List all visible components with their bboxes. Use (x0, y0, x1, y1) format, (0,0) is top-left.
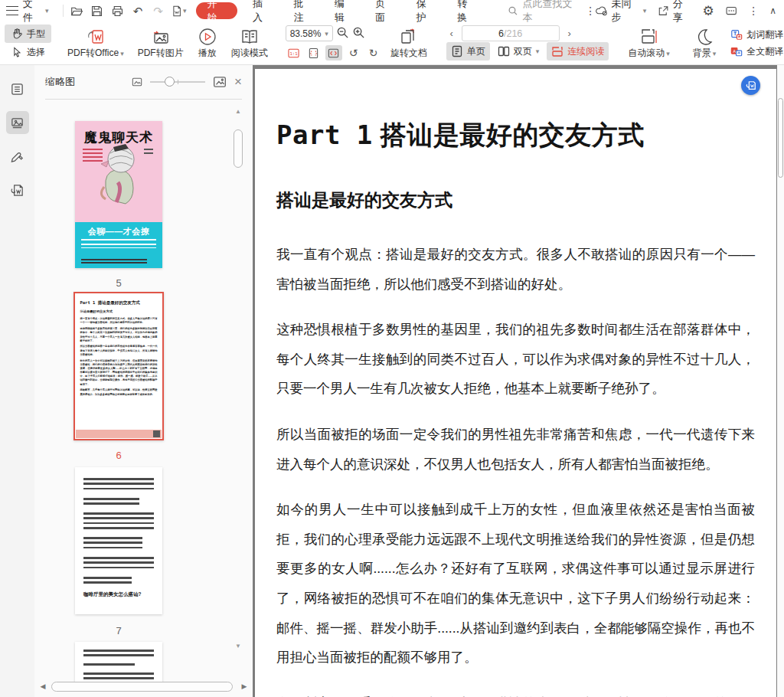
play-button[interactable]: 播放 (191, 23, 224, 63)
paragraph: 如今的男人一生中可以接触到成千上万的女性，但血液里依然还是害怕当面被拒，我们的心… (276, 495, 755, 672)
actual-size-button[interactable]: 1:1 (286, 45, 302, 61)
scrollbar-thumb[interactable] (51, 682, 233, 692)
undo-icon[interactable]: ↶ (130, 3, 145, 18)
file-menu[interactable]: 文件▾ (23, 0, 49, 25)
collapse-ribbon-icon[interactable]: ∧ (769, 6, 776, 15)
zoom-out-button[interactable] (336, 26, 349, 41)
word-translate-button[interactable]: 划词翻译 (724, 26, 784, 43)
scroll-up-icon[interactable]: ▲ (233, 108, 243, 115)
sync-status[interactable]: 未同步▾ (596, 0, 646, 25)
scroll-down-icon[interactable]: ▼ (233, 643, 243, 650)
thumbnail-panel: 缩略图 × 魔鬼聊天术 (34, 65, 253, 697)
tab-edit[interactable]: 编辑 (324, 0, 364, 21)
thumb-large-icon[interactable] (213, 75, 227, 89)
thumbnail-size-slider[interactable] (150, 81, 205, 83)
rotate-left-icon[interactable]: ↺ (345, 45, 362, 61)
scrollbar-thumb[interactable] (778, 98, 783, 178)
prev-page-icon[interactable]: ‹ (446, 28, 457, 39)
double-page-button[interactable]: 双页▾ (493, 42, 544, 61)
auto-scroll-icon (639, 27, 658, 47)
fit-page-button[interactable] (305, 45, 322, 61)
search-input[interactable]: 点此查找文本 ⋮ (508, 0, 596, 25)
pdf-to-office-icon (86, 27, 106, 47)
chevron-down-icon: ▾ (713, 50, 717, 57)
tab-insert[interactable]: 插入 (242, 0, 283, 21)
annotation-pen-icon[interactable] (6, 145, 29, 168)
hand-icon (11, 28, 23, 40)
hand-tool-button[interactable]: 手型 (5, 25, 51, 43)
auto-scroll-button[interactable]: 自动滚动▾ (621, 23, 677, 63)
open-file-icon[interactable] (69, 3, 84, 18)
zoom-level-select[interactable]: 83.58%▾ (286, 25, 333, 41)
pdf-to-image-button[interactable]: PDF转图片 (131, 23, 191, 63)
sidebar-horizontal-scrollbar[interactable]: ◀ ▶ (38, 680, 236, 692)
settings-gear-icon[interactable]: ⚙ (703, 5, 714, 18)
rotate-document-button[interactable]: 旋转文档 (384, 23, 434, 63)
feedback-icon[interactable] (725, 5, 737, 18)
chevron-down-icon: ▾ (325, 30, 328, 38)
menubar: 文件▾ ↶ ↷ ▾ 开始 插入 批注 编辑 页面 保护 转换 点此查找文本 ⋮ … (0, 0, 784, 21)
outline-panel-icon[interactable] (6, 77, 29, 100)
export-doc-icon[interactable]: ▾ (171, 3, 186, 18)
export-word-fab[interactable] (741, 76, 760, 95)
close-panel-icon[interactable]: × (234, 74, 242, 90)
chevron-down-icon: ▾ (183, 7, 187, 15)
document-view: Part 1 搭讪是最好的交友方式 搭讪是最好的交友方式 我一直有个观点：搭讪是… (253, 65, 784, 697)
search-more-icon[interactable]: ⋮ (585, 5, 596, 17)
wps-pdf-window: 文件▾ ↶ ↷ ▾ 开始 插入 批注 编辑 页面 保护 转换 点此查找文本 ⋮ … (0, 0, 784, 697)
export-word-icon[interactable] (6, 178, 29, 201)
thumbnail-page-5[interactable]: 魔鬼聊天术 会聊——才会撩 (75, 121, 162, 268)
thumbnail-page-7[interactable]: 咖啡厅里的美女怎么搭讪? (75, 467, 162, 614)
paragraph: 我敢断言，几乎每个男人都干过网络搭讪的事，可以说，性是互联网发展的原动力，许许多… (276, 689, 755, 697)
tab-comment[interactable]: 批注 (283, 0, 323, 21)
tab-convert[interactable]: 转换 (446, 0, 487, 21)
chevron-down-icon: ▾ (536, 47, 540, 55)
section-title: 搭讪是最好的交友方式 (276, 188, 755, 212)
main-menu-icon[interactable] (6, 6, 18, 15)
thumbnail-page-6-selected[interactable]: Part 1 搭讪是最好的交友方式 搭讪是最好的交友方式 我一直有个观点：搭讪是… (74, 292, 164, 440)
chevron-down-icon: ▾ (120, 50, 124, 57)
svg-text:A: A (733, 49, 736, 54)
chapter-title: Part 1 搭讪是最好的交友方式 (276, 118, 755, 153)
moon-icon (694, 27, 714, 47)
tab-protect[interactable]: 保护 (406, 0, 446, 21)
page-number-7: 7 (75, 625, 162, 636)
double-page-icon (498, 45, 510, 57)
page-number-input[interactable]: 6/216 (462, 25, 560, 41)
thumb-scroll-indicator (76, 430, 162, 438)
chevron-down-icon: ▾ (45, 7, 49, 15)
tab-home[interactable]: 开始 (196, 2, 237, 19)
word-translate-icon (730, 28, 743, 41)
zoom-in-button[interactable] (352, 26, 365, 41)
sidebar-vertical-scrollbar[interactable]: ▲ ▼ (233, 108, 243, 614)
background-button[interactable]: 背景▾ (686, 23, 724, 63)
tab-page[interactable]: 页面 (364, 0, 405, 21)
rotate-right-icon[interactable]: ↻ (365, 45, 382, 61)
print-icon[interactable] (110, 3, 126, 18)
thumb-small-icon[interactable] (132, 77, 142, 87)
save-icon[interactable] (90, 3, 105, 18)
share-button[interactable]: 分享 (657, 0, 691, 25)
search-icon (508, 5, 518, 16)
chevron-down-icon: ▾ (666, 50, 670, 57)
select-tool-button[interactable]: 选择 (5, 43, 51, 61)
continuous-read-button[interactable]: 连续阅读 (547, 42, 609, 61)
book-slogan: 会聊——才会撩 (75, 226, 162, 237)
scroll-right-icon[interactable]: ▶ (239, 682, 250, 690)
redo-icon: ↷ (151, 3, 166, 18)
full-translate-button[interactable]: A 全文翻译 (724, 43, 784, 60)
more-menu-icon[interactable]: ⋮ (748, 5, 759, 17)
single-page-button[interactable]: 单页 (446, 42, 490, 61)
scrollbar-thumb[interactable] (234, 129, 243, 168)
thumbnail-panel-icon[interactable] (6, 111, 29, 134)
fit-width-button[interactable] (325, 45, 342, 61)
read-mode-button[interactable]: 阅读模式 (224, 23, 275, 63)
scroll-left-icon[interactable]: ◀ (38, 682, 48, 690)
cursor-arrow-icon (11, 46, 23, 58)
pdf-to-office-button[interactable]: PDF转Office▾ (60, 23, 131, 63)
main-vertical-scrollbar[interactable] (777, 65, 784, 697)
body-text: 我一直有个观点：搭讪是最好的交友方式。很多人不敢搭讪的原因只有一个——害怕被当面… (276, 240, 755, 697)
next-page-icon[interactable]: › (564, 28, 575, 39)
slider-knob[interactable] (165, 77, 175, 87)
toolbar: 手型 选择 PDF转Office▾ PDF转图片 播放 阅读模式 (0, 21, 784, 65)
